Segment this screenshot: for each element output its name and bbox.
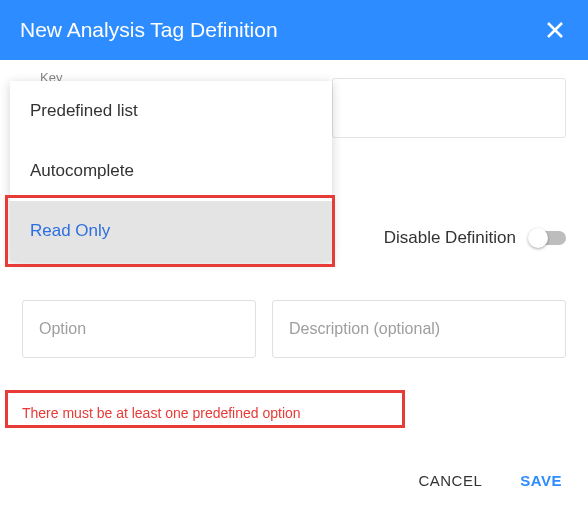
disable-definition-label: Disable Definition	[384, 228, 516, 248]
cancel-button[interactable]: CANCEL	[414, 464, 486, 497]
close-icon[interactable]	[542, 17, 568, 43]
dialog-content: Key Predefined list Autocomplete Read On…	[0, 60, 588, 78]
dialog-header: New Analysis Tag Definition	[0, 0, 588, 60]
dropdown-option-predefined-list[interactable]: Predefined list	[10, 81, 332, 141]
option-input[interactable]	[22, 300, 256, 358]
dialog-footer: CANCEL SAVE	[414, 464, 566, 497]
dropdown-option-read-only[interactable]: Read Only	[10, 201, 332, 261]
save-button[interactable]: SAVE	[516, 464, 566, 497]
dropdown-option-autocomplete[interactable]: Autocomplete	[10, 141, 332, 201]
dropdown-panel: Predefined list Autocomplete Read Only	[10, 81, 332, 261]
dialog-title: New Analysis Tag Definition	[20, 18, 278, 42]
key-field[interactable]	[332, 78, 566, 138]
toggle-thumb	[528, 228, 548, 248]
disable-definition-row: Disable Definition	[384, 228, 566, 248]
error-message: There must be at least one predefined op…	[22, 405, 301, 421]
disable-definition-toggle[interactable]	[530, 231, 566, 245]
option-row	[22, 300, 566, 358]
description-input[interactable]	[272, 300, 566, 358]
